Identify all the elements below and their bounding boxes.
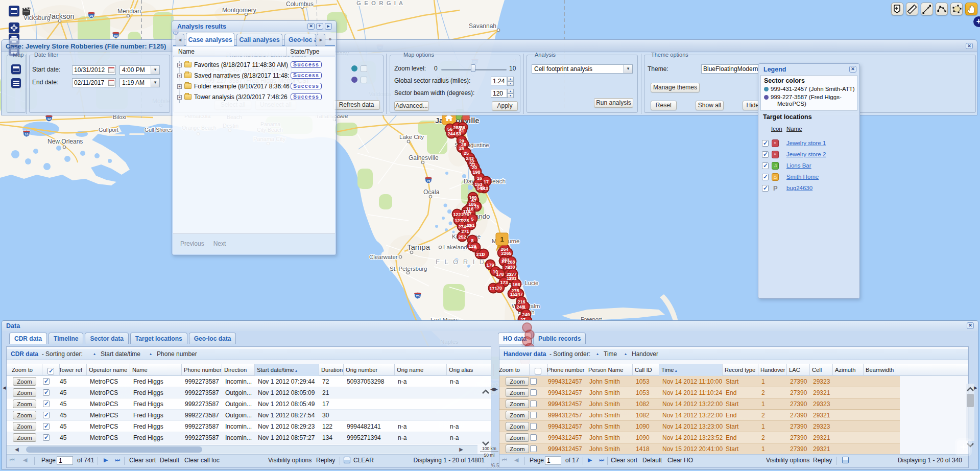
- svg-text:244: 244: [447, 131, 455, 136]
- svg-text:Savannah: Savannah: [469, 22, 496, 30]
- svg-text:252: 252: [458, 234, 466, 240]
- svg-text:281: 281: [509, 276, 516, 281]
- svg-text:Lakeland: Lakeland: [443, 244, 467, 250]
- svg-text:1: 1: [500, 236, 504, 243]
- svg-text:75: 75: [426, 179, 430, 182]
- svg-text:122: 122: [453, 212, 461, 217]
- svg-text:Montgomery: Montgomery: [222, 7, 256, 14]
- svg-text:1: 1: [523, 304, 525, 310]
- svg-text:171: 171: [489, 286, 497, 291]
- svg-text:Lake City: Lake City: [399, 134, 424, 140]
- svg-text:59: 59: [114, 34, 117, 37]
- svg-text:271: 271: [461, 229, 469, 234]
- svg-text:179: 179: [486, 263, 494, 268]
- svg-text:0: 0: [482, 252, 485, 257]
- svg-text:268: 268: [507, 260, 515, 265]
- svg-text:New Orleans: New Orleans: [47, 138, 83, 145]
- svg-text:Clearwater: Clearwater: [369, 254, 398, 260]
- svg-text:149: 149: [476, 185, 484, 191]
- svg-text:St. Petersburg: St. Petersburg: [390, 266, 427, 272]
- svg-text:168: 168: [512, 282, 520, 287]
- svg-text:26: 26: [459, 146, 464, 151]
- svg-text:265: 265: [504, 251, 511, 256]
- svg-text:178: 178: [496, 272, 504, 277]
- svg-text:75: 75: [416, 294, 419, 298]
- svg-text:198: 198: [472, 170, 480, 175]
- svg-text:Columbus: Columbus: [286, 1, 314, 8]
- svg-text:173: 173: [500, 280, 508, 285]
- svg-text:216: 216: [517, 299, 525, 304]
- svg-text:21: 21: [501, 259, 507, 264]
- svg-text:25: 25: [464, 151, 469, 156]
- svg-text:Gainesville: Gainesville: [409, 154, 439, 161]
- svg-text:16: 16: [477, 176, 482, 181]
- svg-text:247: 247: [515, 292, 522, 297]
- svg-text:276: 276: [461, 212, 469, 217]
- svg-text:Gulf Shores: Gulf Shores: [145, 127, 173, 133]
- svg-text:Meridian: Meridian: [117, 8, 141, 15]
- svg-text:70: 70: [497, 286, 502, 291]
- svg-text:Ocala: Ocala: [423, 189, 440, 196]
- svg-text:5: 5: [471, 217, 473, 222]
- svg-text:10: 10: [25, 132, 28, 136]
- svg-text:12: 12: [47, 117, 51, 121]
- svg-text:20: 20: [89, 14, 93, 17]
- svg-text:51: 51: [459, 128, 464, 133]
- svg-text:261: 261: [467, 223, 474, 228]
- svg-text:8: 8: [471, 238, 473, 243]
- svg-text:73: 73: [474, 204, 479, 209]
- svg-text:Gulfport: Gulfport: [99, 127, 118, 133]
- svg-text:Jackson: Jackson: [48, 12, 74, 20]
- svg-text:Tampa: Tampa: [407, 243, 431, 251]
- svg-text:17: 17: [484, 179, 489, 184]
- svg-text:230: 230: [507, 265, 515, 270]
- svg-text:7: 7: [469, 211, 471, 216]
- svg-text:249: 249: [522, 312, 530, 317]
- svg-text:9: 9: [474, 245, 476, 250]
- svg-text:G E O R G I A: G E O R G I A: [356, 0, 404, 6]
